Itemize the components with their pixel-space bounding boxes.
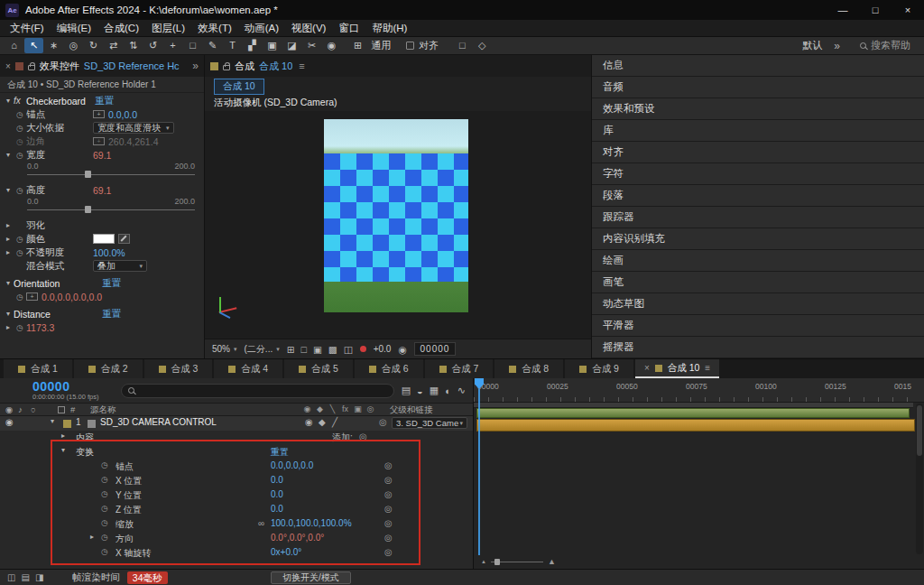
effect-header-checkerboard[interactable]: ▾ fx Checkerboard 重置 (0, 94, 204, 107)
search-help-field[interactable]: 搜索帮助 (871, 39, 910, 52)
comp-tab[interactable]: 合成 8 (494, 359, 563, 378)
selection-tool-icon[interactable]: ↖ (24, 38, 43, 53)
time-ruler[interactable]: 0000000025000500007500100001250015 (474, 378, 924, 403)
playhead[interactable] (475, 378, 484, 389)
close-icon[interactable]: × (644, 363, 650, 373)
panel-tab[interactable]: 动态草图 (592, 293, 924, 314)
current-time-display[interactable]: 00000 (32, 381, 114, 393)
twirl-icon[interactable]: ▸ (3, 221, 14, 229)
menu-item[interactable]: 合成(C) (97, 22, 145, 35)
effect-header-distance[interactable]: ▾ Distance 重置 (0, 307, 204, 320)
height-slider[interactable] (0, 206, 204, 215)
layer-quality-icon[interactable]: ◆ (319, 417, 326, 427)
frame-blend-icon[interactable]: ▦ (430, 385, 439, 396)
blend-mode-select[interactable]: 叠加 ▾ (93, 260, 147, 272)
zoom-tool-icon[interactable]: ◎ (64, 38, 83, 53)
stopwatch-icon[interactable]: ◷ (14, 110, 26, 119)
stopwatch-icon[interactable]: ◷ (14, 151, 26, 160)
zoom-in-mountain-icon[interactable]: ▲ (548, 557, 556, 566)
puppet-pin-tool-icon[interactable]: ◉ (322, 38, 341, 53)
mask-visibility-icon[interactable]: □ (301, 344, 307, 355)
property-value[interactable]: 0.0,0.0 (108, 109, 137, 120)
property-value[interactable]: 69.1 (93, 150, 111, 161)
hand-tool-icon[interactable]: ∗ (44, 38, 63, 53)
twirl-icon[interactable]: ▾ (61, 446, 65, 454)
effect-header-orientation[interactable]: ▾ Orientation 重置 (0, 276, 204, 290)
stopwatch-icon[interactable]: ◷ (14, 235, 26, 244)
comp-navigator-chip[interactable]: 合成 10 (214, 79, 264, 95)
property-value[interactable]: 0x+0.0° (271, 547, 301, 557)
twirl-icon[interactable]: ▸ (3, 235, 14, 243)
twirl-icon[interactable]: ▾ (3, 186, 14, 194)
source-name-column[interactable]: 源名称 (90, 404, 116, 416)
menu-item[interactable]: 编辑(E) (51, 22, 97, 35)
pickwhip-icon[interactable]: ◎ (384, 547, 393, 557)
zoom-out-mountain-icon[interactable]: ▲ (481, 559, 486, 564)
pan-camera-tool-icon[interactable]: ⇄ (104, 38, 123, 53)
rectangle-tool-icon[interactable]: □ (183, 38, 202, 53)
graph-editor-icon[interactable]: ∿ (457, 385, 466, 396)
panel-tab[interactable]: 库 (592, 120, 924, 141)
add-label[interactable]: 添加: (332, 432, 353, 444)
twirl-icon[interactable]: ▸ (61, 432, 65, 440)
minimize-button[interactable]: — (827, 0, 859, 20)
reset-button[interactable]: 重置 (95, 95, 114, 107)
property-value[interactable]: 1173.3 (26, 322, 54, 333)
mask-path-icon[interactable]: □ (456, 40, 468, 51)
pickwhip-icon[interactable]: ◎ (384, 460, 393, 470)
composition-tab-target[interactable]: 合成 10 (259, 60, 292, 73)
layer-name[interactable]: SD_3D CAMERA CONTROL (100, 417, 217, 427)
effect-controls-target[interactable]: SD_3D Reference Hc (84, 60, 180, 71)
twirl-icon[interactable]: ▸ (3, 248, 14, 256)
pickwhip-icon[interactable]: ◎ (384, 518, 393, 528)
expand-layer-pane-icon[interactable]: ◫ (7, 572, 15, 582)
menu-item[interactable]: 效果(T) (191, 22, 238, 35)
comp-tab[interactable]: 合成 7 (425, 359, 494, 378)
pickwhip-icon[interactable]: ◎ (379, 417, 387, 427)
roto-brush-tool-icon[interactable]: ✂ (302, 38, 321, 53)
link-icon[interactable]: ∞ (258, 518, 264, 528)
slider-handle[interactable] (85, 171, 91, 178)
viewer-timecode[interactable]: 00000 (414, 342, 457, 356)
clone-stamp-tool-icon[interactable]: ▣ (263, 38, 282, 53)
workspace-label[interactable]: 默认 (802, 39, 822, 52)
type-tool-icon[interactable]: T (223, 38, 242, 53)
stopwatch-icon[interactable]: ◷ (14, 323, 26, 332)
home-tool-icon[interactable]: ⌂ (5, 38, 23, 53)
mini-flowchart-icon[interactable]: ▤ (402, 385, 411, 396)
property-value[interactable]: 0.0,0.0,0.0 (271, 460, 313, 470)
region-of-interest-icon[interactable]: ▣ (313, 344, 322, 355)
zoom-slider[interactable] (491, 562, 543, 562)
overflow-icon[interactable]: » (834, 40, 840, 52)
layer-fx-icon[interactable]: ╱ (332, 417, 337, 427)
panel-tab[interactable]: 内容识别填充 (592, 228, 924, 249)
twirl-icon[interactable]: ▸ (3, 323, 14, 331)
stopwatch-icon[interactable]: ◷ (14, 124, 26, 133)
pickwhip-icon[interactable]: ◎ (384, 489, 393, 499)
comp-tab[interactable]: 合成 6 (355, 359, 423, 378)
property-value[interactable]: 0.0,0.0,0.0,0.0 (42, 292, 102, 302)
property-value[interactable]: 0.0 (271, 489, 283, 499)
shy-layers-icon[interactable]: ◒ (417, 385, 423, 396)
exposure-value[interactable]: +0.0 (374, 344, 392, 354)
slider-handle[interactable] (85, 206, 91, 213)
twirl-icon[interactable]: ▸ (90, 533, 94, 541)
transform-group-row[interactable]: ▾ 变换 重置 (0, 445, 473, 460)
pickwhip-icon[interactable]: ◎ (384, 475, 393, 485)
stopwatch-icon[interactable]: ◷ (14, 292, 26, 302)
twirl-icon[interactable]: ▾ (3, 97, 14, 105)
panel-tab[interactable]: 音频 (592, 77, 924, 98)
comp-tab[interactable]: ×合成 10≡ (635, 359, 719, 378)
stopwatch-icon[interactable]: ◷ (101, 533, 108, 542)
panel-tab[interactable]: 跟踪器 (592, 207, 924, 228)
timeline-vertical-scrollbar[interactable] (916, 404, 923, 554)
panel-tab[interactable]: 平滑器 (592, 315, 924, 336)
eyedropper-icon[interactable] (118, 234, 130, 244)
anchor-point-icon[interactable]: + (93, 110, 105, 118)
panel-tab[interactable]: 绘画 (592, 250, 924, 271)
menu-item[interactable]: 帮助(H) (365, 22, 413, 35)
resolution-select[interactable]: (二分... ▾ (245, 343, 280, 356)
panel-tab[interactable]: 摇摆器 (592, 337, 924, 358)
panel-tab[interactable]: 段落 (592, 185, 924, 206)
align-checkbox[interactable] (406, 42, 414, 50)
